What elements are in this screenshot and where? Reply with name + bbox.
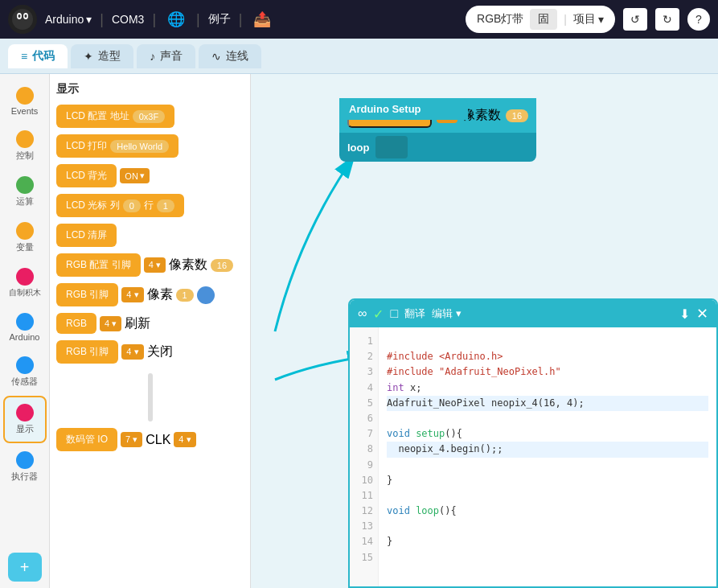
canvas-setup-block[interactable]: Arduino Setup RGB 配置 引脚 4 ▾ 像素数 16 loop: [339, 98, 536, 162]
sidebar-item-arduino[interactable]: Arduino: [3, 306, 47, 348]
translate-btn[interactable]: 翻译: [404, 306, 425, 321]
control-icon: [16, 130, 34, 148]
sidebar-item-operators[interactable]: 运算: [3, 170, 47, 214]
code-line-2: #include <Arduino.h>: [387, 349, 708, 364]
arduino-menu-btn[interactable]: Arduino ▾: [45, 13, 92, 26]
block-lcd-cursor-row: LCD 光标 列 0 行 1: [56, 194, 244, 217]
examples-btn[interactable]: 例子: [208, 12, 231, 27]
sidebar-item-sensors-label: 传感器: [11, 376, 38, 388]
tab-code[interactable]: ≡ 代码: [8, 44, 68, 68]
close-code-editor-btn[interactable]: ✕: [696, 305, 708, 323]
block-lcd-print-row: LCD 打印 Hello World: [56, 134, 244, 158]
sidebar-item-actuator[interactable]: 执行器: [3, 445, 47, 489]
file-icon: □: [390, 306, 398, 321]
digital-clk-pin[interactable]: 4 ▾: [174, 432, 195, 447]
sidebar-item-variables[interactable]: 变量: [3, 216, 47, 260]
tab-model[interactable]: ✦ 造型: [71, 44, 133, 68]
svg-point-3: [18, 14, 21, 18]
code-content[interactable]: #include <Arduino.h> #include "Adafruit_…: [379, 327, 716, 586]
sidebar-item-control[interactable]: 控制: [3, 124, 47, 168]
code-tab-icon: ≡: [21, 50, 27, 63]
block-lcd-addr[interactable]: LCD 配置 地址 0x3F: [56, 105, 174, 128]
block-digital-io[interactable]: 数码管 IO: [56, 428, 117, 451]
main-area: Events 控制 运算 变量 自制积木 Arduino 传感器 显示: [0, 74, 718, 588]
sidebar-item-operators-label: 运算: [16, 195, 34, 208]
sidebar-item-display[interactable]: 显示: [3, 396, 47, 443]
color-picker[interactable]: [197, 286, 215, 304]
canvas-pixels-val: 16: [506, 109, 528, 122]
sidebar-item-custom-label: 自制积木: [9, 287, 41, 298]
sidebar-item-events-label: Events: [11, 106, 39, 116]
backlight-dropdown[interactable]: ON ▾: [120, 168, 150, 183]
code-line-5: Adafruit_NeoPixel neopix_4(16, 4);: [387, 396, 708, 411]
code-line-9: [387, 458, 708, 473]
code-line-15: [387, 550, 708, 565]
check-icon[interactable]: ✓: [373, 306, 384, 322]
block-rgb-refresh-row: RGB 4 ▾ 刷新: [56, 313, 244, 334]
upload-icon-btn[interactable]: 📤: [250, 7, 274, 31]
project-name: RGB灯带: [477, 12, 523, 27]
project-area: RGB灯带 固 | 项目 ▾: [466, 6, 615, 33]
tab-connect[interactable]: ∿ 连线: [199, 44, 261, 68]
block-rgb-close[interactable]: RGB 引脚: [56, 340, 118, 364]
variables-icon: [16, 222, 34, 240]
block-lcd-clear[interactable]: LCD 清屏: [56, 224, 117, 247]
code-line-10: }: [387, 473, 708, 488]
add-category-btn[interactable]: +: [8, 553, 42, 582]
block-digital-io-row: 数码管 IO 7 ▾ CLK 4 ▾: [56, 428, 244, 451]
code-line-7: void setup(){: [387, 426, 708, 442]
events-icon: [16, 87, 34, 105]
com-port-label: COM3: [112, 13, 144, 26]
fixed-btn[interactable]: 固: [530, 9, 557, 30]
sound-tab-icon: ♪: [150, 50, 155, 63]
panel-section-title: 显示: [56, 82, 244, 97]
code-line-8: neopix_4.begin();;: [387, 442, 708, 457]
rgb-close-pin[interactable]: 4 ▾: [121, 344, 143, 360]
code-line-6: [387, 411, 708, 426]
block-rgb-config-row: RGB 配置 引脚 4 ▾ 像素数 16: [56, 253, 244, 277]
project-btn[interactable]: 项目 ▾: [573, 12, 604, 27]
rgb-config-pin-dropdown[interactable]: 4 ▾: [144, 257, 166, 273]
undo-btn[interactable]: ↺: [623, 8, 647, 31]
block-lcd-addr-row: LCD 配置 地址 0x3F: [56, 105, 244, 128]
model-tab-icon: ✦: [84, 50, 93, 63]
tabbar: ≡ 代码 ✦ 造型 ♪ 声音 ∿ 连线: [0, 39, 718, 74]
edit-btn[interactable]: 编辑 ▾: [432, 306, 462, 321]
sidebar-item-custom[interactable]: 自制积木: [3, 261, 47, 305]
rgb-refresh-pin[interactable]: 4 ▾: [100, 316, 121, 331]
block-lcd-backlight-row: LCD 背光 ON ▾: [56, 164, 244, 187]
block-rgb-config[interactable]: RGB 配置 引脚: [56, 253, 141, 277]
sidebar-item-arduino-label: Arduino: [10, 332, 40, 342]
block-rgb-close-row: RGB 引脚 4 ▾ 关闭: [56, 340, 244, 364]
block-rgb-pin[interactable]: RGB 引脚: [56, 283, 118, 306]
block-lcd-cursor[interactable]: LCD 光标 列 0 行 1: [56, 194, 184, 217]
redo-btn[interactable]: ↻: [655, 8, 679, 31]
rgb-pin-dropdown[interactable]: 4 ▾: [121, 287, 143, 302]
block-rgb-refresh[interactable]: RGB: [56, 313, 96, 334]
scrollbar[interactable]: [148, 373, 153, 421]
sidebar-item-display-label: 显示: [16, 423, 34, 435]
operators-icon: [16, 176, 34, 194]
code-line-12: void loop(){: [387, 504, 708, 519]
sep2: |: [564, 13, 567, 26]
display-icon: [16, 404, 34, 421]
block-lcd-backlight[interactable]: LCD 背光: [56, 164, 117, 187]
code-line-1: [387, 334, 708, 349]
code-line-13: [387, 519, 708, 534]
block-lcd-print[interactable]: LCD 打印 Hello World: [56, 134, 178, 158]
actuator-icon: [16, 451, 34, 469]
globe-icon-btn[interactable]: 🌐: [164, 7, 188, 31]
sidebar-item-events[interactable]: Events: [3, 80, 47, 122]
help-btn[interactable]: ?: [687, 8, 710, 31]
tab-sound-label: 声音: [160, 49, 183, 64]
sidebar-item-variables-label: 变量: [16, 241, 34, 253]
block-rgb-pin-row: RGB 引脚 4 ▾ 像素 1: [56, 283, 244, 306]
code-line-4: int x;: [387, 380, 708, 396]
download-btn[interactable]: ⬇: [679, 306, 690, 322]
tab-sound[interactable]: ♪ 声音: [137, 44, 195, 68]
sidebar-item-sensors[interactable]: 传感器: [3, 350, 47, 394]
sensors-icon: [16, 356, 34, 374]
digital-io-pin[interactable]: 7 ▾: [121, 432, 142, 447]
code-body: 1234 5678 9101112 131415 #include <Ardui…: [350, 327, 716, 586]
sidebar-item-actuator-label: 执行器: [11, 471, 38, 483]
